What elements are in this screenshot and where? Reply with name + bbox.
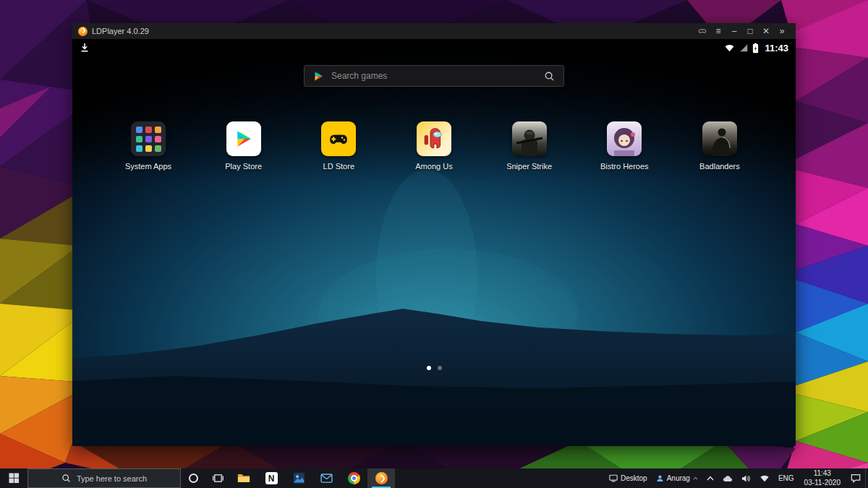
taskbar-mail[interactable]: [312, 468, 340, 488]
bistro-heroes-icon: [607, 121, 642, 156]
minimize-button[interactable]: –: [726, 23, 742, 39]
user-icon: [656, 474, 664, 482]
taskbar-file-explorer[interactable]: [230, 468, 258, 488]
app-ld-store[interactable]: LD Store: [308, 121, 369, 171]
cellular-signal-icon: [739, 43, 749, 53]
app-label: Bistro Heroes: [600, 162, 649, 171]
hidden-icons-button[interactable]: [702, 468, 718, 488]
task-view-icon: [213, 473, 224, 484]
app-system-apps[interactable]: System Apps: [118, 121, 179, 171]
system-tray: Desktop Anurag: [605, 468, 868, 488]
gamepad-icon: [697, 26, 707, 36]
wifi-icon: [724, 43, 735, 53]
taskbar-photos[interactable]: [285, 468, 312, 488]
app-label: Badlanders: [699, 162, 740, 171]
language-indicator[interactable]: ENG: [774, 468, 799, 488]
android-status-bar: 11:43: [72, 39, 796, 56]
language-label: ENG: [778, 474, 794, 482]
taskbar-search-box[interactable]: Type here to search: [27, 468, 181, 488]
cortana-icon: [189, 474, 198, 483]
taskbar-notion[interactable]: N: [258, 468, 285, 488]
app-grid: System Apps Play Store: [118, 121, 750, 171]
desktop-switcher[interactable]: Desktop: [605, 468, 652, 488]
task-view-button[interactable]: [205, 468, 230, 488]
ldplayer-window: LDPlayer 4.0.29 ≡ – □ ✕ »: [72, 23, 796, 446]
game-search-bar[interactable]: Search games: [304, 65, 564, 87]
photos-icon: [293, 472, 305, 484]
taskbar-search-placeholder: Type here to search: [77, 474, 147, 483]
show-desktop-button[interactable]: [865, 468, 868, 488]
battery-icon: [752, 43, 759, 53]
close-button[interactable]: ✕: [758, 23, 774, 39]
app-label: LD Store: [323, 162, 354, 171]
ldplayer-icon: [375, 472, 388, 484]
taskbar-clock[interactable]: 11:43 03-11-2020: [799, 468, 846, 488]
mail-icon: [320, 474, 333, 483]
network-button[interactable]: [755, 468, 774, 488]
window-title: LDPlayer 4.0.29: [92, 27, 149, 35]
desktop-icon: [609, 474, 618, 482]
start-button[interactable]: [0, 468, 27, 488]
page-dot-2: [438, 366, 442, 370]
app-label: System Apps: [125, 162, 171, 171]
play-triangle-icon: [313, 71, 324, 82]
caret-up-icon: [693, 476, 698, 480]
android-screen: 11:43 Search games: [72, 39, 796, 446]
app-play-store[interactable]: Play Store: [213, 121, 274, 171]
app-badlanders[interactable]: Badlanders: [689, 121, 750, 171]
app-label: Among Us: [415, 162, 452, 171]
tray-date: 03-11-2020: [804, 479, 841, 488]
taskbar-chrome[interactable]: [340, 468, 367, 488]
app-label: Play Store: [225, 162, 262, 171]
taskbar-ldplayer[interactable]: [367, 468, 395, 488]
ldplayer-logo-icon: [78, 27, 88, 36]
file-explorer-icon: [237, 473, 250, 484]
sniper-strike-icon: [512, 121, 547, 156]
game-assistant-button[interactable]: [694, 23, 710, 39]
download-notification-icon[interactable]: [80, 43, 90, 53]
onedrive-button[interactable]: [718, 468, 737, 488]
app-label: Sniper Strike: [506, 162, 552, 171]
window-titlebar[interactable]: LDPlayer 4.0.29 ≡ – □ ✕ »: [72, 23, 796, 39]
among-us-icon: [417, 121, 451, 156]
expand-toolbar-button[interactable]: »: [774, 23, 790, 39]
menu-button[interactable]: ≡: [710, 23, 726, 39]
desktop-label: Desktop: [621, 474, 647, 482]
chrome-icon: [348, 472, 360, 484]
app-among-us[interactable]: Among Us: [404, 121, 464, 171]
user-label: Anurag: [667, 474, 690, 482]
play-store-icon: [226, 121, 261, 156]
user-widget[interactable]: Anurag: [652, 468, 702, 488]
tray-time: 11:43: [814, 469, 831, 479]
page-indicator: [72, 366, 796, 370]
app-bistro-heroes[interactable]: Bistro Heroes: [594, 121, 655, 171]
notion-icon: N: [265, 472, 278, 484]
volume-button[interactable]: [737, 468, 755, 488]
maximize-button[interactable]: □: [742, 23, 758, 39]
android-clock: 11:43: [765, 43, 788, 53]
windows-taskbar: Type here to search N: [0, 468, 868, 488]
notification-icon: [851, 474, 861, 483]
action-center-button[interactable]: [846, 468, 865, 488]
search-icon: [61, 474, 71, 483]
cloud-icon: [723, 475, 733, 482]
badlanders-icon: [702, 121, 737, 156]
network-wifi-icon: [760, 474, 770, 482]
speaker-icon: [741, 474, 751, 483]
chevron-up-icon: [707, 476, 714, 481]
page-dot-1: [427, 366, 431, 370]
ld-store-icon: [321, 121, 356, 156]
android-wallpaper: [72, 39, 796, 446]
system-apps-icon: [131, 121, 166, 156]
app-sniper-strike[interactable]: Sniper Strike: [499, 121, 560, 171]
windows-logo-icon: [9, 473, 20, 484]
search-icon[interactable]: [544, 71, 555, 82]
cortana-button[interactable]: [181, 468, 205, 488]
search-placeholder: Search games: [331, 71, 387, 81]
